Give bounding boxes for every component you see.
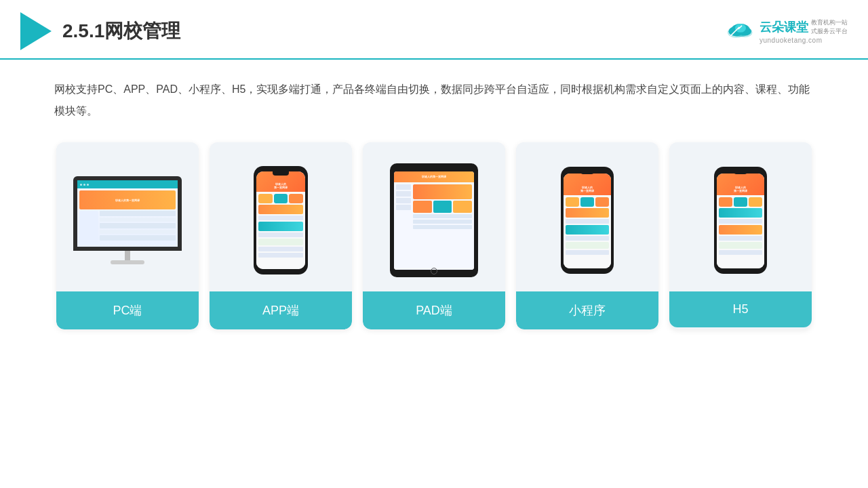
card-miniprogram-label: 小程序 <box>516 291 658 329</box>
card-pc-label: PC端 <box>56 291 199 329</box>
card-pc-image: 职途人的第一堂网课 <box>56 142 199 291</box>
header-left: 2.5.1网校管理 <box>20 12 180 50</box>
phone-mockup-h5: 职途人的第一堂网课 <box>714 167 767 274</box>
card-app-label: APP端 <box>210 291 352 329</box>
description-text: 网校支持PC、APP、PAD、小程序、H5，实现多端打通，产品各终端自由切换，数… <box>0 60 868 129</box>
phone-mockup-app: 职途人的第一堂网课 <box>254 166 308 274</box>
card-h5-image: 职途人的第一堂网课 <box>669 142 812 291</box>
card-app-image: 职途人的第一堂网课 <box>210 142 352 291</box>
header: 2.5.1网校管理 云朵课堂 教育机构一站 式服务云平台 yunduoketan… <box>0 0 868 60</box>
card-h5: 职途人的第一堂网课 <box>669 142 812 329</box>
svg-point-6 <box>735 24 746 33</box>
cloud-icon <box>724 18 757 40</box>
card-pad-image: 职途人的第一堂网课 <box>363 142 505 291</box>
page-title: 2.5.1网校管理 <box>62 18 180 44</box>
card-miniprogram-image: 职途人的第一堂网课 <box>516 142 658 291</box>
brand-name-en: yunduoketang.com <box>760 37 848 44</box>
brand-name-cn: 云朵课堂 <box>760 19 808 35</box>
card-h5-label: H5 <box>669 291 812 327</box>
card-app: 职途人的第一堂网课 <box>210 142 352 329</box>
card-pad-label: PAD端 <box>363 291 505 329</box>
card-miniprogram: 职途人的第一堂网课 <box>516 142 658 329</box>
tablet-mockup-pad: 职途人的第一堂网课 <box>390 163 478 277</box>
card-pc: 职途人的第一堂网课 <box>56 142 199 329</box>
brand-logo-area: 云朵课堂 教育机构一站 式服务云平台 yunduoketang.com <box>724 18 848 44</box>
logo-triangle-icon <box>20 12 52 50</box>
pc-monitor-mockup: 职途人的第一堂网课 <box>73 176 182 264</box>
card-pad: 职途人的第一堂网课 <box>363 142 505 329</box>
phone-mockup-miniprogram: 职途人的第一堂网课 <box>561 167 614 274</box>
cards-container: 职途人的第一堂网课 <box>0 129 868 343</box>
brand-slogan: 教育机构一站 式服务云平台 <box>811 18 848 35</box>
brand-right: 云朵课堂 教育机构一站 式服务云平台 yunduoketang.com <box>760 18 848 44</box>
